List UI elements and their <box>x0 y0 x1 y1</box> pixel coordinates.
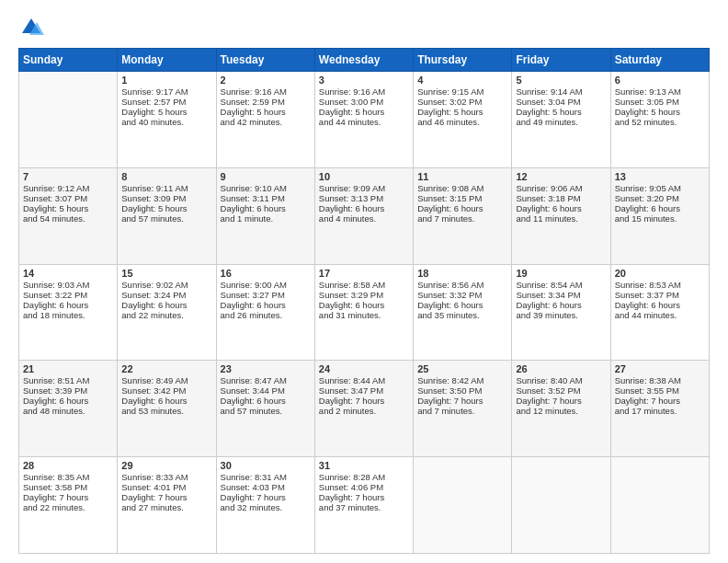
day-number: 4 <box>417 75 507 86</box>
day-info-line: Sunset: 3:24 PM <box>121 290 211 300</box>
calendar-cell: 9Sunrise: 9:10 AMSunset: 3:11 PMDaylight… <box>216 167 314 264</box>
day-info-line: Daylight: 6 hours <box>319 300 409 310</box>
calendar-cell: 10Sunrise: 9:09 AMSunset: 3:13 PMDayligh… <box>314 167 413 264</box>
day-number: 19 <box>516 268 606 279</box>
day-number: 26 <box>516 363 606 374</box>
day-info-line: and 31 minutes. <box>319 310 409 320</box>
day-info-line: Sunset: 3:04 PM <box>516 97 606 107</box>
day-number: 20 <box>615 268 705 279</box>
day-info-line: and 44 minutes. <box>615 310 705 320</box>
day-info-line: Daylight: 6 hours <box>417 203 507 213</box>
day-info-line: Sunrise: 9:15 AM <box>417 86 507 97</box>
day-info-line: Sunrise: 9:17 AM <box>121 86 211 97</box>
day-info-line: Sunset: 3:05 PM <box>615 97 705 107</box>
calendar-cell: 23Sunrise: 8:47 AMSunset: 3:44 PMDayligh… <box>216 361 314 457</box>
day-number: 6 <box>615 75 705 86</box>
day-number: 31 <box>319 460 409 471</box>
day-info-line: and 1 minute. <box>221 213 311 224</box>
day-info-line: and 42 minutes. <box>221 117 311 127</box>
day-info-line: Sunrise: 9:00 AM <box>221 280 311 290</box>
day-info-line: Sunset: 4:01 PM <box>121 482 211 492</box>
day-info-line: Sunset: 3:15 PM <box>417 193 507 203</box>
calendar-cell: 18Sunrise: 8:56 AMSunset: 3:32 PMDayligh… <box>414 264 512 361</box>
calendar-cell: 26Sunrise: 8:40 AMSunset: 3:52 PMDayligh… <box>512 361 610 457</box>
day-info-line: Sunrise: 8:33 AM <box>121 472 211 482</box>
day-info-line: Daylight: 6 hours <box>615 300 705 310</box>
day-info-line: and 15 minutes. <box>615 213 705 224</box>
calendar-cell: 5Sunrise: 9:14 AMSunset: 3:04 PMDaylight… <box>512 72 610 168</box>
day-info-line: Daylight: 7 hours <box>319 396 409 406</box>
calendar-week-row: 1Sunrise: 9:17 AMSunset: 2:57 PMDaylight… <box>19 72 710 168</box>
calendar-cell: 28Sunrise: 8:35 AMSunset: 3:58 PMDayligh… <box>19 457 118 554</box>
calendar-cell: 22Sunrise: 8:49 AMSunset: 3:42 PMDayligh… <box>118 361 216 457</box>
day-info-line: Daylight: 5 hours <box>221 107 311 117</box>
calendar-cell: 16Sunrise: 9:00 AMSunset: 3:27 PMDayligh… <box>216 264 314 361</box>
day-info-line: Daylight: 6 hours <box>23 396 113 406</box>
day-number: 2 <box>221 75 311 86</box>
day-number: 30 <box>221 460 311 471</box>
day-info-line: Daylight: 6 hours <box>516 203 606 213</box>
calendar-cell: 3Sunrise: 9:16 AMSunset: 3:00 PMDaylight… <box>314 72 413 168</box>
day-number: 25 <box>417 363 507 374</box>
day-info-line: Daylight: 5 hours <box>121 107 211 117</box>
day-info-line: and 2 minutes. <box>319 406 409 416</box>
day-info-line: Sunrise: 8:40 AM <box>516 375 606 385</box>
day-info-line: and 49 minutes. <box>516 117 606 127</box>
day-info-line: Daylight: 7 hours <box>615 396 705 406</box>
day-number: 9 <box>221 171 311 182</box>
calendar-cell: 20Sunrise: 8:53 AMSunset: 3:37 PMDayligh… <box>610 264 709 361</box>
calendar-cell <box>610 457 709 554</box>
day-info-line: Sunset: 3:29 PM <box>319 290 409 300</box>
day-info-line: Daylight: 5 hours <box>121 203 211 213</box>
day-number: 22 <box>121 363 211 374</box>
calendar-cell: 6Sunrise: 9:13 AMSunset: 3:05 PMDaylight… <box>610 72 709 168</box>
day-info-line: Daylight: 6 hours <box>417 300 507 310</box>
day-number: 11 <box>417 171 507 182</box>
logo-icon <box>18 15 44 40</box>
calendar-cell: 30Sunrise: 8:31 AMSunset: 4:03 PMDayligh… <box>216 457 314 554</box>
calendar-cell: 14Sunrise: 9:03 AMSunset: 3:22 PMDayligh… <box>19 264 118 361</box>
calendar-week-row: 21Sunrise: 8:51 AMSunset: 3:39 PMDayligh… <box>19 361 710 457</box>
day-info-line: Sunset: 3:58 PM <box>23 482 113 492</box>
day-info-line: Sunset: 3:52 PM <box>516 385 606 396</box>
weekday-thursday: Thursday <box>414 49 512 72</box>
day-info-line: Sunrise: 8:54 AM <box>516 280 606 290</box>
day-info-line: and 7 minutes. <box>417 406 507 416</box>
day-number: 27 <box>615 363 705 374</box>
day-info-line: Daylight: 7 hours <box>319 492 409 502</box>
day-info-line: Sunrise: 9:11 AM <box>121 183 211 193</box>
day-info-line: Sunset: 3:20 PM <box>615 193 705 203</box>
day-number: 12 <box>516 171 606 182</box>
calendar-cell: 4Sunrise: 9:15 AMSunset: 3:02 PMDaylight… <box>414 72 512 168</box>
day-info-line: Daylight: 7 hours <box>23 492 113 502</box>
day-info-line: Sunset: 3:18 PM <box>516 193 606 203</box>
day-info-line: Sunrise: 8:51 AM <box>23 375 113 385</box>
day-info-line: Daylight: 6 hours <box>221 396 311 406</box>
day-info-line: Sunrise: 9:16 AM <box>319 86 409 97</box>
day-info-line: Sunrise: 8:53 AM <box>615 280 705 290</box>
day-number: 17 <box>319 268 409 279</box>
day-info-line: Daylight: 6 hours <box>121 396 211 406</box>
day-info-line: Sunrise: 8:56 AM <box>417 280 507 290</box>
weekday-header-row: SundayMondayTuesdayWednesdayThursdayFrid… <box>19 49 710 72</box>
day-info-line: Sunrise: 9:08 AM <box>417 183 507 193</box>
calendar-cell: 2Sunrise: 9:16 AMSunset: 2:59 PMDaylight… <box>216 72 314 168</box>
day-number: 10 <box>319 171 409 182</box>
day-info-line: Sunset: 3:34 PM <box>516 290 606 300</box>
day-info-line: Sunrise: 9:10 AM <box>221 183 311 193</box>
weekday-wednesday: Wednesday <box>314 49 413 72</box>
day-info-line: Sunrise: 8:58 AM <box>319 280 409 290</box>
day-info-line: and 35 minutes. <box>417 310 507 320</box>
day-info-line: Sunset: 3:47 PM <box>319 385 409 396</box>
day-info-line: Daylight: 7 hours <box>516 396 606 406</box>
day-info-line: and 52 minutes. <box>615 117 705 127</box>
day-info-line: Sunrise: 9:14 AM <box>516 86 606 97</box>
calendar-cell: 19Sunrise: 8:54 AMSunset: 3:34 PMDayligh… <box>512 264 610 361</box>
day-info-line: Daylight: 5 hours <box>516 107 606 117</box>
calendar-cell: 29Sunrise: 8:33 AMSunset: 4:01 PMDayligh… <box>118 457 216 554</box>
calendar-week-row: 28Sunrise: 8:35 AMSunset: 3:58 PMDayligh… <box>19 457 710 554</box>
day-info-line: Sunrise: 9:13 AM <box>615 86 705 97</box>
day-number: 5 <box>516 75 606 86</box>
day-number: 28 <box>23 460 113 471</box>
calendar-cell: 27Sunrise: 8:38 AMSunset: 3:55 PMDayligh… <box>610 361 709 457</box>
